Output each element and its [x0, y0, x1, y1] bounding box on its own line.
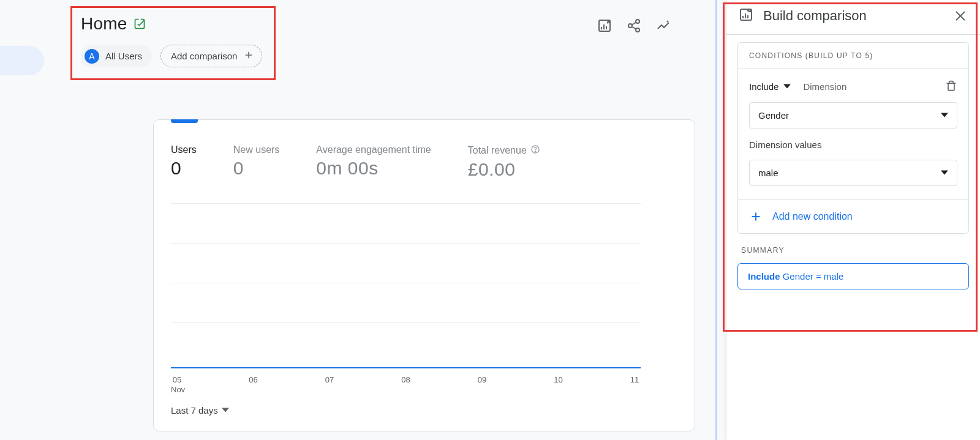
metric-label: Users: [171, 144, 197, 155]
chart-x-axis: 05060708091011: [171, 375, 641, 384]
dimension-value: Gender: [758, 110, 789, 121]
metric-label: Average engagement time: [316, 144, 431, 155]
x-tick: 05: [171, 375, 183, 384]
include-exclude-selector[interactable]: Include: [749, 81, 791, 92]
svg-line-6: [632, 23, 636, 25]
summary-header: SUMMARY: [737, 246, 969, 255]
comparison-chip-row: A All Users Add comparison: [81, 45, 265, 67]
metric-value: 0: [233, 158, 280, 179]
close-icon[interactable]: [953, 9, 968, 23]
metric-tab[interactable]: Total revenue£0.00: [468, 144, 540, 180]
insights-icon[interactable]: [656, 18, 671, 33]
dimension-values-value: male: [758, 168, 778, 178]
add-comparison-button[interactable]: Add comparison: [160, 45, 262, 67]
chart-series-line: [171, 367, 641, 368]
include-label: Include: [749, 81, 778, 92]
chart-gridline: [171, 283, 641, 283]
metric-value: £0.00: [468, 159, 540, 180]
svg-point-5: [636, 28, 639, 32]
metric-value: 0m 00s: [316, 158, 431, 179]
chart-month-label: Nov: [171, 385, 185, 394]
chevron-down-icon: [941, 110, 948, 121]
summary-text: Gender = male: [783, 271, 844, 282]
delete-condition-icon[interactable]: [945, 80, 957, 92]
add-new-condition-button[interactable]: Add new condition: [738, 199, 968, 233]
conditions-card: CONDITIONS (BUILD UP TO 5) Include Dimen…: [737, 42, 969, 234]
plus-icon: [243, 50, 254, 62]
metric-label: New users: [233, 144, 280, 155]
panel-header: Build comparison: [726, 0, 980, 35]
add-new-condition-label: Add new condition: [772, 211, 853, 222]
svg-point-4: [628, 24, 632, 28]
trend-chart: 05060708091011 Nov: [171, 197, 677, 381]
chip-label: All Users: [105, 51, 142, 61]
x-tick: 10: [552, 375, 565, 384]
condition-block: Include Dimension Gender: [738, 69, 968, 199]
svg-rect-13: [948, 83, 954, 91]
x-tick: 11: [628, 375, 641, 384]
conditions-header: CONDITIONS (BUILD UP TO 5): [738, 43, 968, 69]
chevron-down-icon: [783, 81, 791, 92]
x-tick: 08: [400, 375, 412, 384]
add-comparison-label: Add comparison: [171, 51, 237, 61]
help-icon[interactable]: [530, 144, 540, 157]
customize-report-icon[interactable]: [597, 18, 612, 33]
panel-left-accent: [715, 0, 717, 440]
chip-badge-letter: A: [85, 49, 99, 64]
share-icon[interactable]: [627, 18, 641, 33]
date-range-picker[interactable]: Last 7 days: [171, 405, 229, 416]
build-comparison-panel: Build comparison CONDITIONS (BUILD UP TO…: [726, 0, 980, 440]
verified-check-icon: [134, 18, 146, 30]
panel-body: CONDITIONS (BUILD UP TO 5) Include Dimen…: [726, 35, 980, 297]
header-highlight-box: Home A All Users Add comparison: [70, 6, 276, 80]
svg-line-7: [632, 27, 636, 29]
all-users-chip[interactable]: A All Users: [81, 45, 152, 67]
dimension-values-label: Dimension values: [749, 140, 957, 150]
metric-tab[interactable]: Users0: [171, 144, 197, 180]
chart-gridline: [171, 203, 641, 204]
dimension-dropdown[interactable]: Gender: [749, 102, 957, 129]
summary-chip[interactable]: Include Gender = male: [737, 263, 969, 289]
x-tick: 07: [323, 375, 336, 384]
main-content: Home A All Users Add comparison: [70, 6, 707, 80]
metric-value: 0: [171, 158, 197, 179]
date-range-label: Last 7 days: [171, 405, 218, 416]
page-title-row: Home: [81, 14, 265, 34]
page-title: Home: [81, 14, 127, 34]
top-action-icons: [597, 18, 671, 33]
dimension-heading: Dimension: [803, 81, 846, 92]
svg-point-3: [636, 20, 639, 23]
condition-top-row: Include Dimension: [749, 80, 957, 92]
chart-gridline: [171, 323, 641, 323]
dimension-values-dropdown[interactable]: male: [749, 160, 957, 186]
metric-tab[interactable]: Average engagement time0m 00s: [316, 144, 431, 180]
chevron-down-icon: [222, 405, 229, 416]
comparison-chart-icon: [739, 7, 753, 24]
svg-point-9: [535, 151, 535, 152]
chevron-down-icon: [941, 168, 948, 178]
metric-label: Total revenue: [468, 144, 540, 157]
metric-tab[interactable]: New users0: [233, 144, 280, 180]
active-metric-indicator: [171, 119, 198, 123]
chart-gridline: [171, 243, 641, 244]
metrics-row: Users0New users0Average engagement time0…: [171, 144, 677, 180]
nav-active-indicator: [0, 46, 44, 75]
summary-prefix: Include: [748, 271, 780, 282]
panel-title: Build comparison: [763, 8, 943, 24]
x-tick: 09: [476, 375, 488, 384]
x-tick: 06: [247, 375, 260, 384]
overview-card: Users0New users0Average engagement time0…: [153, 119, 695, 431]
